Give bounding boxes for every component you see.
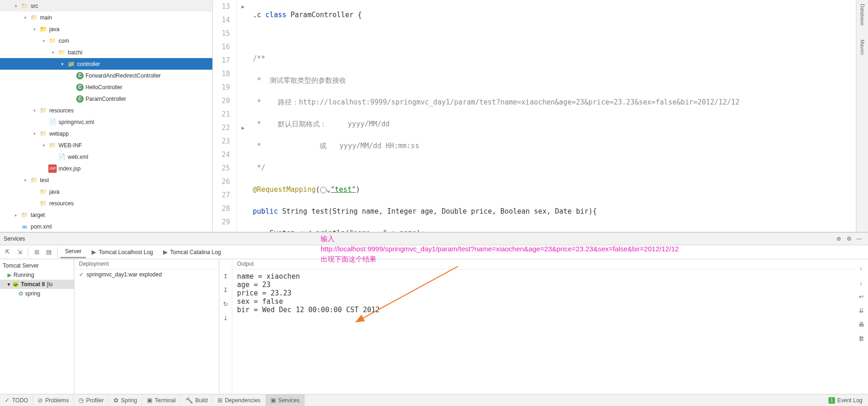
jsp-icon xyxy=(48,164,57,173)
code-editor[interactable]: 131415 161718 192021 222324 252627 28293… xyxy=(213,0,856,232)
collapse-all-icon[interactable]: ⇲ xyxy=(14,247,25,258)
scroll-up-icon[interactable]: ↑ xyxy=(855,263,867,274)
folder-icon xyxy=(20,2,29,10)
maven-tab[interactable]: Maven xyxy=(860,39,865,55)
up-icon[interactable]: ↥ xyxy=(220,270,231,282)
tree-tomcat8[interactable]: ▾Tomcat 8 [lo xyxy=(0,280,74,289)
settings-icon[interactable]: ⚙ xyxy=(844,234,854,244)
tree-node-target[interactable]: ▸target xyxy=(0,209,212,221)
deployment-item[interactable]: ✓springmvc_day1:war exploded xyxy=(74,269,219,280)
tree-node-test[interactable]: ▾test xyxy=(0,174,212,186)
tab-terminal[interactable]: ▣Terminal xyxy=(142,394,181,406)
tree-node-webinf[interactable]: ▾WEB-INF xyxy=(0,139,212,151)
filter-icon[interactable]: ▤ xyxy=(43,247,54,258)
tab-spring[interactable]: ✿Spring xyxy=(109,394,142,406)
class-icon xyxy=(76,84,84,91)
output-column: ↥ ↧ ↻ ⤓ Output name = xiaochen age = 23 … xyxy=(219,259,868,394)
tree-node-java[interactable]: ▾java xyxy=(0,23,212,35)
folder-icon xyxy=(39,25,47,33)
play-icon: ▶ xyxy=(7,272,12,278)
tab-problems[interactable]: ⊘Problems xyxy=(33,394,74,406)
tab-localhost-log[interactable]: ▶Tomcat Localhost Log xyxy=(87,246,158,258)
log-icon: ▶ xyxy=(163,249,168,255)
tree-label: webapp xyxy=(49,131,69,137)
tree-node-com[interactable]: ▾com xyxy=(0,35,212,46)
check-icon: ✓ xyxy=(79,271,84,278)
tab-services[interactable]: ▣Services xyxy=(266,394,305,406)
tree-node-xml[interactable]: web.xml xyxy=(0,151,212,163)
spring-icon: ✿ xyxy=(113,397,118,404)
run-icon[interactable]: ▶ xyxy=(242,125,245,131)
export-icon[interactable]: ⤓ xyxy=(220,312,231,323)
tree-node-webapp[interactable]: ▾webapp xyxy=(0,128,212,139)
tree-running[interactable]: ▶Running xyxy=(0,270,74,280)
tab-profiler[interactable]: ◷Profiler xyxy=(74,394,109,406)
refresh-icon[interactable]: ↻ xyxy=(220,298,231,309)
tomcat-icon xyxy=(12,281,19,288)
xml-icon xyxy=(48,118,57,126)
code-content[interactable]: .c class ParamController { /** * 测试零散类型的… xyxy=(249,0,856,232)
tree-node-class[interactable]: HelloController xyxy=(0,81,212,93)
package-icon xyxy=(48,37,57,45)
tab-dependencies[interactable]: ⊞Dependencies xyxy=(213,394,266,406)
down-icon[interactable]: ↧ xyxy=(220,284,231,295)
log-icon: ▶ xyxy=(92,249,96,255)
scroll-to-end-icon[interactable]: ⇊ xyxy=(855,305,867,316)
chevron-down-icon: ▾ xyxy=(32,27,37,32)
tree-label: springmvc.xml xyxy=(59,119,94,125)
tree-node-class[interactable]: ForwardAndRedirectController xyxy=(0,70,212,81)
tree-node-controller[interactable]: ▾controller xyxy=(0,58,212,70)
print-icon[interactable]: 🖶 xyxy=(855,319,867,330)
project-tree[interactable]: ▾src ▾main ▾java ▾com ▾baizhi ▾controlle… xyxy=(0,0,213,232)
dependencies-icon: ⊞ xyxy=(217,397,223,404)
chevron-down-icon: ▾ xyxy=(59,62,65,66)
output-right-toolbar: ↑ ↓ ↩ ⇊ 🖶 🗑 xyxy=(854,259,868,394)
tab-server[interactable]: Server xyxy=(60,246,86,258)
folder-icon xyxy=(30,176,38,184)
tree-label: resources xyxy=(49,107,74,114)
event-log[interactable]: 1Event Log xyxy=(823,397,868,404)
expand-all-icon[interactable]: ⇱ xyxy=(2,247,13,258)
database-tab[interactable]: Database xyxy=(860,4,865,26)
chevron-down-icon: ▾ xyxy=(41,39,46,43)
warning-icon: ⊘ xyxy=(38,397,43,404)
tree-node-java[interactable]: java xyxy=(0,186,212,197)
soft-wrap-icon[interactable]: ↩ xyxy=(855,291,867,302)
output-toolbar: ↥ ↧ ↻ ⤓ xyxy=(219,259,232,394)
tree-node-jsp[interactable]: index.jsp xyxy=(0,163,212,174)
services-tree[interactable]: Tomcat Server ▶Running ▾Tomcat 8 [lo ✿sp… xyxy=(0,259,74,394)
tree-label: ForwardAndRedirectController xyxy=(85,72,161,79)
notification-badge: 1 xyxy=(829,397,835,404)
clear-icon[interactable]: 🗑 xyxy=(855,333,867,344)
tree-label: com xyxy=(59,38,69,44)
tree-node-src[interactable]: ▾src xyxy=(0,0,212,12)
tree-node-xml[interactable]: springmvc.xml xyxy=(0,116,212,128)
web-icon[interactable] xyxy=(320,187,327,193)
tree-label: controller xyxy=(77,61,100,67)
tree-label: ParamController xyxy=(85,96,126,102)
tab-build[interactable]: 🔨Build xyxy=(181,394,213,406)
tree-spring[interactable]: ✿spring xyxy=(0,289,74,298)
minimize-icon[interactable]: — xyxy=(854,234,864,244)
tree-node-resources[interactable]: ▾resources xyxy=(0,105,212,116)
tree-node-class[interactable]: ParamController xyxy=(0,93,212,105)
target-icon[interactable]: ⊕ xyxy=(834,234,844,244)
group-icon[interactable]: ⊞ xyxy=(31,247,42,258)
tree-node-resources[interactable]: resources xyxy=(0,197,212,209)
tab-todo[interactable]: ✓TODO xyxy=(0,394,33,406)
tree-label: web.xml xyxy=(68,154,88,160)
services-icon: ▣ xyxy=(270,397,276,404)
tree-node-baizhi[interactable]: ▾baizhi xyxy=(0,46,212,58)
folder-icon xyxy=(39,130,47,138)
build-icon: 🔨 xyxy=(185,397,193,404)
tab-catalina-log[interactable]: ▶Tomcat Catalina Log xyxy=(158,246,225,258)
tree-tomcat-server[interactable]: Tomcat Server xyxy=(0,261,74,270)
scroll-down-icon[interactable]: ↓ xyxy=(855,277,867,288)
console-output[interactable]: name = xiaochen age = 23 price = 23.23 s… xyxy=(232,269,854,394)
package-icon xyxy=(58,48,66,57)
tree-node-pom[interactable]: pom.xml xyxy=(0,221,212,232)
package-icon xyxy=(67,60,75,68)
terminal-icon: ▣ xyxy=(147,397,152,404)
tree-node-main[interactable]: ▾main xyxy=(0,12,212,23)
run-icon[interactable]: ▶ xyxy=(242,4,245,10)
